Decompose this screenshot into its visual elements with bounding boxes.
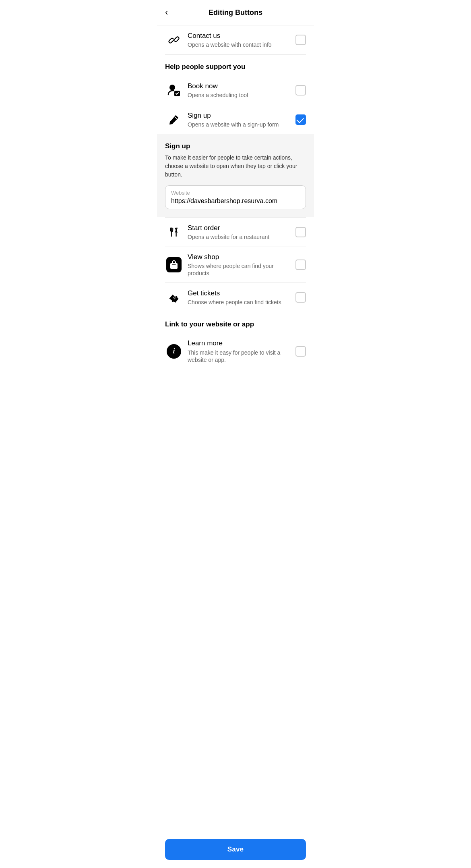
- back-button[interactable]: ‹: [165, 6, 171, 19]
- view-shop-text: View shop Shows where people can find yo…: [188, 253, 295, 277]
- book-now-item[interactable]: Book now Opens a scheduling tool: [157, 76, 314, 105]
- sign-up-item[interactable]: Sign up Opens a website with a sign-up f…: [157, 105, 314, 134]
- contact-us-label: Contact us: [188, 31, 295, 40]
- sign-up-label: Sign up: [188, 111, 295, 120]
- learn-more-item[interactable]: i Learn more This make it easy for peopl…: [157, 333, 314, 369]
- contact-us-desc: Opens a website with contact info: [188, 41, 295, 48]
- view-shop-label: View shop: [188, 253, 295, 262]
- learn-more-text: Learn more This make it easy for people …: [188, 339, 295, 363]
- svg-point-0: [169, 85, 175, 90]
- view-shop-desc: Shows where people can find your product…: [188, 262, 295, 277]
- start-order-desc: Opens a website for a restaurant: [188, 233, 295, 241]
- book-now-checkbox[interactable]: [295, 85, 306, 96]
- start-order-checkbox[interactable]: [295, 227, 306, 237]
- link-icon: [165, 31, 183, 49]
- section-link: Link to your website or app: [157, 312, 314, 333]
- book-now-desc: Opens a scheduling tool: [188, 91, 295, 99]
- contact-us-checkbox[interactable]: [295, 35, 306, 45]
- contact-us-text: Contact us Opens a website with contact …: [188, 31, 295, 48]
- learn-more-label: Learn more: [188, 339, 295, 348]
- website-input-label: Website: [171, 190, 300, 196]
- svg-rect-5: [170, 263, 178, 269]
- website-input-value[interactable]: https://davesbarbershop.resurva.com: [171, 197, 300, 205]
- ticket-icon: [165, 289, 183, 306]
- contact-us-item[interactable]: Contact us Opens a website with contact …: [157, 25, 314, 54]
- start-order-label: Start order: [188, 224, 295, 233]
- start-order-text: Start order Opens a website for a restau…: [188, 224, 295, 241]
- learn-more-desc: This make it easy for people to visit a …: [188, 349, 295, 363]
- header: ‹ Editing Buttons: [157, 0, 314, 25]
- get-tickets-checkbox[interactable]: [295, 292, 306, 303]
- pencil-icon: [165, 111, 183, 129]
- website-input-container[interactable]: Website https://davesbarbershop.resurva.…: [165, 185, 306, 209]
- bag-icon: [165, 256, 183, 274]
- view-shop-item[interactable]: View shop Shows where people can find yo…: [157, 247, 314, 282]
- get-tickets-text: Get tickets Choose where people can find…: [188, 289, 295, 306]
- sign-up-desc: Opens a website with a sign-up form: [188, 121, 295, 128]
- fork-icon: [165, 223, 183, 241]
- book-now-text: Book now Opens a scheduling tool: [188, 82, 295, 99]
- expanded-panel-title: Sign up: [165, 142, 306, 150]
- book-icon: [165, 81, 183, 99]
- content: Contact us Opens a website with contact …: [157, 25, 314, 401]
- book-now-label: Book now: [188, 82, 295, 91]
- get-tickets-desc: Choose where people can find tickets: [188, 299, 295, 306]
- sign-up-text: Sign up Opens a website with a sign-up f…: [188, 111, 295, 128]
- page-title: Editing Buttons: [209, 8, 262, 17]
- section-help: Help people support you: [157, 55, 314, 76]
- get-tickets-item[interactable]: Get tickets Choose where people can find…: [157, 283, 314, 312]
- learn-more-checkbox[interactable]: [295, 346, 306, 357]
- get-tickets-label: Get tickets: [188, 289, 295, 298]
- info-icon: i: [165, 343, 183, 360]
- start-order-item[interactable]: Start order Opens a website for a restau…: [157, 218, 314, 247]
- sign-up-checkbox[interactable]: [295, 114, 306, 125]
- sign-up-expanded-panel: Sign up To make it easier for people to …: [157, 134, 314, 217]
- view-shop-checkbox[interactable]: [295, 260, 306, 270]
- expanded-panel-desc: To make it easier for people to take cer…: [165, 154, 306, 179]
